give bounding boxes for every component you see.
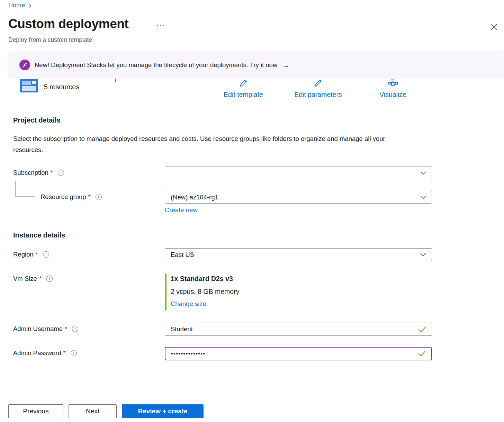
breadcrumb: Home [8, 2, 32, 9]
page-subtitle: Deploy from a custom template [8, 36, 92, 44]
info-icon[interactable]: i [43, 251, 49, 258]
region-value: East US [171, 251, 194, 259]
edit-template-label: Edit template [224, 91, 263, 99]
project-details-description: Select the subscription to manage deploy… [13, 133, 415, 155]
field-connector-line [15, 196, 35, 197]
review-create-button[interactable]: Review + create [122, 404, 204, 418]
admin-password-field-wrap [165, 347, 432, 360]
required-marker: * [88, 193, 91, 201]
region-dropdown[interactable]: East US [165, 248, 432, 261]
more-menu-icon[interactable]: ··· [156, 21, 165, 29]
template-resources-icon [20, 79, 38, 92]
required-marker: * [63, 349, 66, 357]
info-icon[interactable]: i [58, 170, 64, 176]
region-label: Region * i [13, 251, 49, 258]
pencil-icon [238, 78, 249, 89]
chevron-down-icon [420, 196, 426, 199]
required-marker: * [36, 251, 38, 258]
chevron-down-icon [420, 171, 426, 175]
admin-password-input[interactable] [171, 351, 418, 357]
valid-check-icon [418, 326, 426, 332]
edit-template-button[interactable]: Edit template [220, 78, 267, 99]
subscription-label: Subscription * i [13, 169, 64, 177]
admin-username-label: Admin Username * i [13, 325, 78, 333]
resource-group-dropdown[interactable]: (New) az104-rg1 [165, 191, 432, 204]
breadcrumb-home-link[interactable]: Home [8, 2, 25, 9]
required-marker: * [51, 169, 53, 177]
next-button[interactable]: Next [69, 404, 117, 418]
previous-button[interactable]: Previous [8, 404, 63, 418]
custom-deployment-page: Home Custom deployment ··· Deploy from a… [0, 0, 504, 422]
info-icon[interactable]: i [46, 276, 53, 282]
subscription-dropdown[interactable] [165, 167, 432, 179]
project-details-heading: Project details [13, 116, 61, 124]
deployment-stacks-banner[interactable]: New! Deployment Stacks let you manage th… [8, 51, 504, 79]
info-icon[interactable]: i [71, 350, 77, 356]
change-size-link[interactable]: Change size [171, 300, 206, 308]
chevron-down-icon [420, 253, 426, 257]
vm-size-label: Vm Size * i [13, 275, 53, 282]
admin-username-input[interactable] [171, 325, 418, 333]
arrow-right-icon[interactable]: → [282, 61, 289, 69]
vm-size-name: 1x Standard D2s v3 [171, 275, 233, 283]
resource-group-value: (New) az104-rg1 [171, 194, 218, 201]
info-icon[interactable]: i [96, 194, 102, 200]
close-icon[interactable] [489, 21, 499, 32]
required-marker: * [39, 275, 42, 282]
create-new-link[interactable]: Create new [165, 206, 198, 214]
visualize-button[interactable]: Visualize [377, 78, 408, 99]
required-marker: * [65, 325, 67, 333]
info-icon[interactable]: i [72, 326, 78, 332]
valid-check-icon [418, 351, 426, 357]
pencil-icon [313, 78, 323, 89]
clipped-element-artifact [115, 79, 116, 82]
instance-details-heading: Instance details [13, 231, 65, 239]
org-chart-icon [387, 78, 398, 89]
edit-parameters-label: Edit parameters [294, 91, 342, 99]
field-connector-line [15, 181, 16, 196]
visualize-label: Visualize [379, 91, 406, 99]
vm-size-accent-bar [165, 273, 166, 311]
vm-size-specs: 2 vcpus, 8 GB memory [171, 288, 239, 296]
resources-count: 5 resources [44, 83, 79, 91]
edit-parameters-button[interactable]: Edit parameters [291, 78, 345, 99]
banner-message: New! Deployment Stacks let you manage th… [35, 61, 277, 69]
chevron-right-icon [28, 3, 32, 8]
admin-password-label: Admin Password * i [13, 349, 77, 357]
resource-group-label: Resource group * i [40, 193, 102, 201]
admin-username-field-wrap [165, 323, 432, 336]
rocket-icon [19, 60, 30, 70]
page-title: Custom deployment [8, 17, 128, 31]
